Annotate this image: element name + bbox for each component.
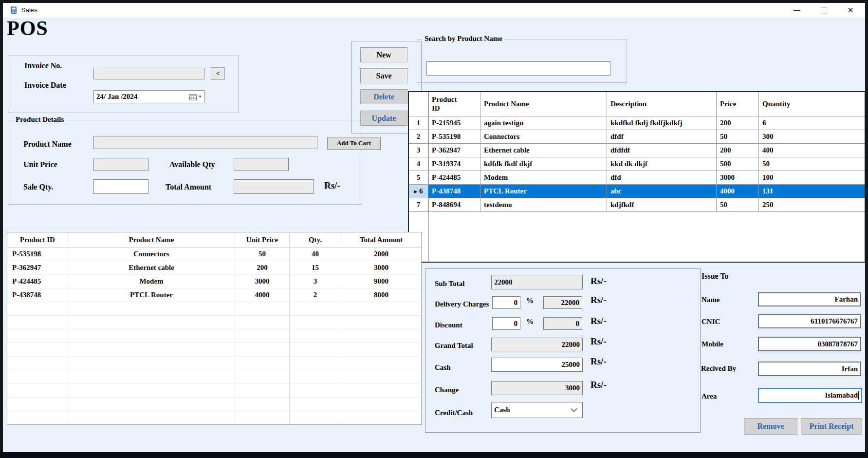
cart-cell bbox=[235, 370, 290, 383]
grid-cell[interactable]: dfdfdf bbox=[607, 144, 717, 157]
grid-cell[interactable]: 4000 bbox=[717, 185, 759, 198]
grid-cell[interactable]: dfd bbox=[607, 171, 717, 185]
grid-cell[interactable]: testdemo bbox=[480, 198, 607, 212]
grid-row[interactable]: 7P-848694testdemokdjfkdf50250 bbox=[409, 198, 865, 212]
grid-row-header[interactable]: 3 bbox=[409, 144, 428, 157]
name-field[interactable]: Farhan bbox=[758, 292, 861, 306]
grid-row-header[interactable]: 7 bbox=[409, 198, 428, 212]
credit-cash-select[interactable]: Cash bbox=[491, 402, 583, 418]
grid-cell[interactable]: P-848694 bbox=[428, 198, 480, 212]
delete-button[interactable]: Delete bbox=[360, 89, 407, 104]
grid-row[interactable]: 2P-535198Connectorsdfdf50300 bbox=[409, 130, 865, 144]
new-button[interactable]: New bbox=[360, 47, 407, 62]
grid-cell[interactable]: 100 bbox=[759, 171, 865, 185]
grid-cell[interactable]: Connectors bbox=[480, 130, 607, 144]
grid-row-header[interactable]: ▶6 bbox=[409, 185, 428, 198]
grid-cell[interactable]: kkdfkd fkdj fkdfjkdkfj bbox=[607, 116, 717, 130]
grid-header-cell[interactable]: Price bbox=[717, 92, 759, 116]
sub-total-label: Sub Total bbox=[435, 280, 464, 288]
delivery-percent-field[interactable]: 0 bbox=[492, 296, 520, 309]
cart-cell bbox=[341, 384, 421, 397]
minimize-button[interactable] bbox=[786, 3, 808, 18]
total-amount-field[interactable] bbox=[234, 179, 314, 194]
grid-row[interactable]: 4P-319374kdfdk fkdf dkjfkkd dk dkjf50050 bbox=[409, 157, 865, 171]
grid-cell[interactable]: abc bbox=[607, 185, 717, 198]
product-grid[interactable]: Product IDProduct NameDescriptionPriceQu… bbox=[408, 91, 865, 263]
grid-cell[interactable]: 50 bbox=[717, 130, 759, 144]
invoice-date-picker[interactable]: 24/ Jan /2024 ▼ bbox=[93, 90, 204, 103]
add-to-cart-button[interactable]: Add To Cart bbox=[327, 137, 381, 150]
grid-cell[interactable]: kdjfkdf bbox=[607, 198, 717, 212]
maximize-button[interactable] bbox=[813, 3, 835, 18]
grid-cell[interactable]: P-319374 bbox=[428, 157, 480, 171]
grid-cell[interactable]: 200 bbox=[717, 144, 759, 157]
grid-header-cell[interactable]: Product Name bbox=[480, 92, 607, 116]
grid-cell[interactable]: dfdf bbox=[607, 130, 717, 144]
chevron-down-icon[interactable]: ▼ bbox=[198, 95, 202, 99]
credit-cash-label: Credit/Cash bbox=[435, 409, 473, 417]
taskbar bbox=[0, 452, 868, 458]
cart-cell bbox=[235, 302, 290, 315]
update-button[interactable]: Update bbox=[360, 111, 407, 126]
grid-cell[interactable]: P-424485 bbox=[428, 171, 480, 185]
cart-row[interactable]: P-535198Connectors50402000 bbox=[7, 248, 421, 261]
grid-cell[interactable]: 200 bbox=[717, 116, 759, 130]
grid-row[interactable]: 3P-362947Ethernet cabledfdfdf200400 bbox=[409, 144, 865, 157]
cart-row[interactable]: P-424485Modem300039000 bbox=[7, 275, 421, 288]
title-bar[interactable]: Sales ✕ bbox=[3, 3, 865, 18]
grid-cell[interactable]: 50 bbox=[717, 198, 759, 212]
unit-price-field[interactable] bbox=[93, 158, 148, 171]
product-name-field[interactable] bbox=[93, 136, 317, 149]
cart-cell bbox=[7, 316, 68, 329]
mobile-field[interactable]: 03087878767 bbox=[758, 337, 861, 351]
totals-panel: Sub Total 22000 Rs/- Delivery Charges 0 … bbox=[425, 268, 701, 433]
cart-cell bbox=[68, 316, 235, 329]
cash-field[interactable]: 25000 bbox=[491, 358, 583, 372]
grid-cell[interactable]: 400 bbox=[759, 144, 865, 157]
grid-header-cell[interactable]: Quantity bbox=[759, 92, 865, 116]
sale-qty-field[interactable] bbox=[93, 179, 148, 194]
search-input[interactable] bbox=[426, 61, 610, 76]
grid-row-header[interactable]: 4 bbox=[409, 157, 428, 171]
discount-percent-field[interactable]: 0 bbox=[492, 317, 520, 330]
grid-cell[interactable]: PTCL Router bbox=[480, 185, 607, 198]
remove-button[interactable]: Remove bbox=[744, 418, 797, 435]
grid-cell[interactable]: 3000 bbox=[717, 171, 759, 185]
grid-cell[interactable]: P-362947 bbox=[428, 144, 480, 157]
available-qty-field[interactable] bbox=[234, 158, 289, 171]
grid-cell[interactable]: again testign bbox=[480, 116, 607, 130]
grid-cell[interactable]: 50 bbox=[759, 157, 865, 171]
invoice-no-field[interactable] bbox=[93, 68, 204, 79]
grid-row[interactable]: 1P-215945again testignkkdfkd fkdj fkdfjk… bbox=[409, 116, 865, 130]
grid-cell[interactable]: Ethernet cable bbox=[480, 144, 607, 157]
grid-cell[interactable]: P-535198 bbox=[428, 130, 480, 144]
grid-cell[interactable]: P-215945 bbox=[428, 116, 480, 130]
cart-cell: 40 bbox=[290, 248, 341, 261]
save-button[interactable]: Save bbox=[360, 68, 407, 83]
grid-cell[interactable]: 131 bbox=[759, 185, 865, 198]
grid-cell[interactable]: Modem bbox=[480, 171, 607, 185]
grid-cell[interactable]: 300 bbox=[759, 130, 865, 144]
grid-cell[interactable]: P-438748 bbox=[428, 185, 480, 198]
close-button[interactable]: ✕ bbox=[839, 3, 862, 18]
grid-header-cell[interactable]: Description bbox=[607, 92, 717, 116]
grid-row[interactable]: ▶6P-438748PTCL Routerabc4000131 bbox=[409, 185, 865, 198]
cart-row[interactable]: P-362947Ethernet cable200153000 bbox=[7, 261, 421, 275]
grid-header-cell[interactable]: Product ID bbox=[428, 92, 480, 116]
grid-row[interactable]: 5P-424485Modemdfd3000100 bbox=[409, 171, 865, 185]
grid-row-header[interactable]: 2 bbox=[409, 130, 428, 144]
grid-row-header[interactable]: 5 bbox=[409, 171, 428, 185]
grid-row-header[interactable]: 1 bbox=[409, 116, 428, 130]
cart-table[interactable]: Product IDProduct NameUnit PriceQty.Tota… bbox=[7, 232, 422, 425]
grid-cell[interactable]: kdfdk fkdf dkjf bbox=[480, 157, 607, 171]
invoice-back-button[interactable]: < bbox=[211, 67, 225, 80]
grid-cell[interactable]: kkd dk dkjf bbox=[607, 157, 717, 171]
cnic-field[interactable]: 6110176676767 bbox=[758, 314, 861, 328]
grid-cell[interactable]: 250 bbox=[759, 198, 865, 212]
cart-row[interactable]: P-438748PTCL Router400028000 bbox=[7, 288, 421, 302]
received-by-field[interactable]: Irfan bbox=[758, 362, 861, 376]
grid-cell[interactable]: 6 bbox=[759, 116, 865, 130]
print-receipt-button[interactable]: Print Receipt bbox=[801, 418, 862, 435]
grid-cell[interactable]: 500 bbox=[717, 157, 759, 171]
area-field[interactable]: Islamabad bbox=[758, 388, 862, 403]
